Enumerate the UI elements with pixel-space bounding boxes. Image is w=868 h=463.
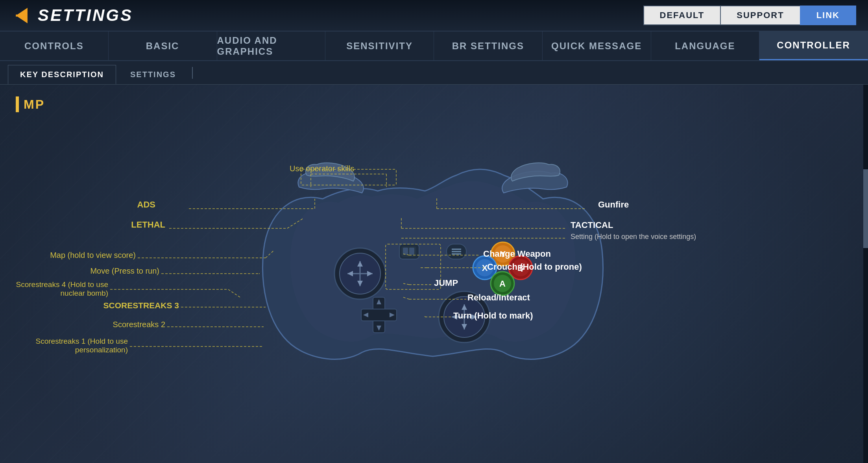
subtab-key-description[interactable]: KEY DESCRIPTION <box>8 65 116 84</box>
svg-rect-18 <box>403 248 408 255</box>
label-ads: ADS <box>137 200 155 209</box>
label-lethal: LETHAL <box>131 220 165 230</box>
label-ss4-line1: Scorestreaks 4 (Hold to use <box>16 280 108 289</box>
label-use-operator: Use operator skills <box>290 164 355 173</box>
logo-area: SETTINGS <box>12 6 133 25</box>
scrollbar-track <box>863 85 868 463</box>
support-button[interactable]: SUPPORT <box>720 6 800 25</box>
label-crouch: Crouch (Hold to prone) <box>487 262 582 272</box>
page-title: SETTINGS <box>38 6 133 25</box>
main-content: MP <box>0 85 868 463</box>
svg-text:A: A <box>499 279 506 289</box>
label-ss4-line2: nuclear bomb) <box>61 289 108 297</box>
tab-quick-message[interactable]: QUICK MESSAGE <box>543 31 651 60</box>
label-ss1-line1: Scorestreaks 1 (Hold to use <box>36 337 128 345</box>
tab-sensitivity[interactable]: SENSITIVITY <box>325 31 434 60</box>
tab-language[interactable]: LANGUAGE <box>651 31 760 60</box>
subtab-settings[interactable]: SETTINGS <box>118 65 188 84</box>
label-change-weapon: Change Weapon <box>483 249 551 259</box>
label-ss3: SCORESTREAKS 3 <box>103 301 179 310</box>
header: SETTINGS DEFAULT SUPPORT LINK <box>0 0 868 31</box>
svg-line-56 <box>228 289 240 297</box>
section-title: MP <box>16 96 852 112</box>
tab-basic[interactable]: BASIC <box>109 31 217 60</box>
label-map: Map (hold to view score) <box>50 251 136 259</box>
label-ss2: Scorestreaks 2 <box>113 320 165 329</box>
label-reload: Reload/Interact <box>467 293 530 302</box>
svg-rect-19 <box>409 248 414 255</box>
tab-controls[interactable]: CONTROLS <box>0 31 109 60</box>
tab-audio-graphics[interactable]: AUDIO AND GRAPHICS <box>217 31 326 60</box>
scrollbar-thumb[interactable] <box>863 169 868 248</box>
controller-diagram: Y X B A <box>16 132 852 431</box>
sub-tab-divider <box>192 67 193 79</box>
label-ss1-line2: personalization) <box>75 346 128 354</box>
tab-br-settings[interactable]: BR SETTINGS <box>434 31 543 60</box>
label-gunfire: Gunfire <box>598 200 629 209</box>
label-tactical: TACTICAL <box>571 220 613 230</box>
label-turn: Turn (Hold to mark) <box>453 311 533 320</box>
back-button[interactable] <box>12 6 31 25</box>
default-button[interactable]: DEFAULT <box>643 6 720 25</box>
label-jump: JUMP <box>434 278 458 288</box>
section-title-text: MP <box>24 97 45 112</box>
label-move: Move (Press to run) <box>90 267 159 275</box>
section-bar <box>16 96 19 112</box>
svg-marker-0 <box>17 8 27 22</box>
tab-controller[interactable]: CONTROLLER <box>759 31 868 60</box>
svg-rect-1 <box>16 14 17 16</box>
nav-tabs: CONTROLS BASIC AUDIO AND GRAPHICS SENSIT… <box>0 31 868 61</box>
link-button[interactable]: LINK <box>800 6 856 25</box>
sub-tabs: KEY DESCRIPTION SETTINGS <box>0 61 868 85</box>
controller-area: Y X B A <box>16 124 852 439</box>
header-buttons: DEFAULT SUPPORT LINK <box>643 6 857 25</box>
label-setting-voice: Setting (Hold to open the voice settings… <box>571 233 696 241</box>
